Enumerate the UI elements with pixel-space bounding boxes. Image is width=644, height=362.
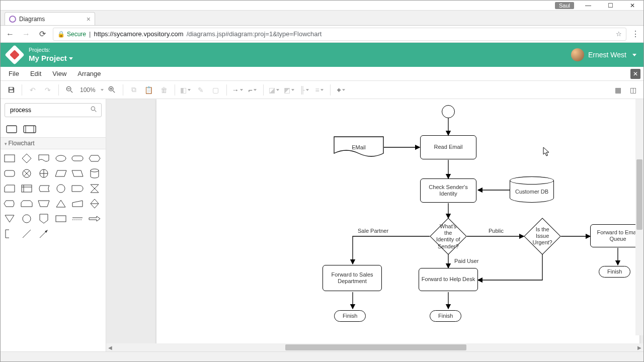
- shape-stored-data[interactable]: [37, 183, 51, 195]
- node-fwd-helpdesk[interactable]: Forward to Help Desk: [419, 268, 478, 291]
- canvas-scroll[interactable]: EMail Read Email Check Sender's Identity…: [106, 99, 643, 343]
- node-finish-3[interactable]: Finish: [599, 266, 630, 278]
- node-start[interactable]: [442, 105, 455, 118]
- node-check-identity[interactable]: Check Sender's Identity: [420, 178, 476, 203]
- shape-collate[interactable]: [88, 183, 102, 195]
- bookmark-star-icon[interactable]: ☆: [616, 30, 622, 38]
- delete-button[interactable]: 🗑: [157, 83, 171, 97]
- paste-button[interactable]: 📋: [142, 83, 155, 97]
- shape-circle2[interactable]: [20, 213, 34, 225]
- shape-arrow[interactable]: [88, 213, 102, 225]
- browser-tab[interactable]: Diagrams ×: [5, 12, 95, 25]
- shape-rounded[interactable]: [3, 167, 17, 179]
- search-icon[interactable]: [91, 106, 97, 114]
- reload-button[interactable]: ⟳: [37, 29, 48, 40]
- shape-manual-input[interactable]: [70, 198, 85, 210]
- shape-annotation[interactable]: [3, 228, 17, 240]
- zoom-level[interactable]: 100%: [78, 86, 98, 94]
- shape-display[interactable]: [3, 198, 17, 210]
- svg-marker-38: [56, 200, 65, 207]
- shape-connector-circle[interactable]: [54, 183, 68, 195]
- save-button[interactable]: [5, 83, 18, 97]
- forward-button[interactable]: →: [21, 29, 32, 40]
- shape-process[interactable]: [5, 123, 19, 135]
- shadow-button[interactable]: ▢: [209, 83, 222, 97]
- fill-button[interactable]: ◧: [179, 83, 192, 97]
- node-email-doc[interactable]: EMail: [334, 136, 384, 158]
- url-field[interactable]: 🔒 Secure | https://sycamore.vpository.co…: [53, 28, 626, 41]
- shape-loop-limit[interactable]: [20, 198, 34, 210]
- add-button[interactable]: +: [335, 83, 348, 97]
- shape-merge[interactable]: [3, 213, 17, 225]
- menu-file[interactable]: File: [4, 68, 24, 79]
- shape-diamond[interactable]: [20, 152, 34, 164]
- close-window-button[interactable]: ✕: [621, 1, 643, 11]
- shape-parallelogram[interactable]: [70, 167, 85, 179]
- horizontal-scrollbar[interactable]: ◀ ▶: [106, 343, 643, 351]
- shape-search[interactable]: [5, 103, 102, 117]
- shape-or[interactable]: [37, 167, 51, 179]
- menu-edit[interactable]: Edit: [25, 68, 46, 79]
- shape-line-arrow[interactable]: [37, 228, 51, 240]
- outline-panel-button[interactable]: ▦: [611, 83, 624, 97]
- align-button[interactable]: ╟: [298, 83, 311, 97]
- shape-process2[interactable]: [54, 213, 68, 225]
- shape-terminator[interactable]: [70, 152, 85, 164]
- shape-offpage[interactable]: [37, 213, 51, 225]
- node-fwd-sales[interactable]: Forward to Sales Department: [323, 265, 382, 291]
- maximize-button[interactable]: ☐: [599, 1, 621, 11]
- node-finish-2[interactable]: Finish: [430, 310, 461, 322]
- shape-extract[interactable]: [54, 198, 68, 210]
- shape-tape[interactable]: [70, 213, 85, 225]
- copy-button[interactable]: ⧉: [127, 83, 140, 97]
- vertical-scrollbar[interactable]: [635, 99, 643, 335]
- node-read-email[interactable]: Read Email: [420, 135, 476, 159]
- browser-menu-button[interactable]: ⋮: [631, 29, 639, 39]
- node-decision-identity[interactable]: What's the Identity of Sender?: [430, 218, 467, 255]
- user-menu[interactable]: Ernest West: [571, 48, 636, 61]
- back-button[interactable]: ←: [5, 29, 16, 40]
- node-customer-db[interactable]: Customer DB: [510, 176, 554, 203]
- shape-hexagon[interactable]: [88, 152, 102, 164]
- shape-manual-operation[interactable]: [37, 198, 51, 210]
- arrange-back-button[interactable]: ◩: [283, 83, 296, 97]
- shape-predefined-process[interactable]: [23, 123, 37, 135]
- shape-database[interactable]: [88, 167, 102, 179]
- stroke-button[interactable]: ✎: [194, 83, 207, 97]
- palette-header-flowchart[interactable]: Flowchart: [1, 137, 106, 149]
- shape-data[interactable]: [54, 167, 68, 179]
- minimize-button[interactable]: —: [577, 1, 599, 11]
- arrange-front-button[interactable]: ◪: [268, 83, 281, 97]
- close-tab-icon[interactable]: ×: [87, 15, 91, 23]
- svg-rect-0: [9, 87, 13, 89]
- redo-button[interactable]: ↷: [41, 83, 54, 97]
- node-decision-urgent[interactable]: Is the Issue Urgent?: [524, 218, 561, 255]
- chevron-down-icon[interactable]: [101, 89, 104, 91]
- connector-button[interactable]: →: [231, 83, 244, 97]
- shape-delay[interactable]: [70, 183, 85, 195]
- shape-card[interactable]: [3, 183, 17, 195]
- zoom-in-button[interactable]: [106, 83, 119, 97]
- new-tab-button[interactable]: [95, 13, 107, 25]
- shape-document[interactable]: [37, 152, 51, 164]
- search-input[interactable]: [9, 106, 88, 114]
- shape-rectangle[interactable]: [3, 152, 17, 164]
- menu-arrange[interactable]: Arrange: [72, 68, 106, 79]
- svg-point-17: [56, 155, 66, 161]
- format-panel-button[interactable]: ◫: [626, 83, 639, 97]
- shape-summing[interactable]: [20, 167, 34, 179]
- menu-view[interactable]: View: [47, 68, 71, 79]
- project-selector[interactable]: Projects: My Project: [29, 47, 73, 62]
- waypoint-button[interactable]: ⌐: [246, 83, 259, 97]
- zoom-out-button[interactable]: [63, 83, 76, 97]
- shape-line[interactable]: [20, 228, 34, 240]
- close-panel-button[interactable]: ✕: [630, 69, 640, 79]
- undo-button[interactable]: ↶: [26, 83, 39, 97]
- shape-internal-storage[interactable]: [20, 183, 34, 195]
- node-finish-1[interactable]: Finish: [334, 310, 366, 322]
- distribute-button[interactable]: ≡: [313, 83, 326, 97]
- shape-ellipse[interactable]: [54, 152, 68, 164]
- canvas-page[interactable]: EMail Read Email Check Sender's Identity…: [156, 99, 639, 343]
- shape-sort[interactable]: [88, 198, 102, 210]
- app-logo[interactable]: [5, 45, 25, 65]
